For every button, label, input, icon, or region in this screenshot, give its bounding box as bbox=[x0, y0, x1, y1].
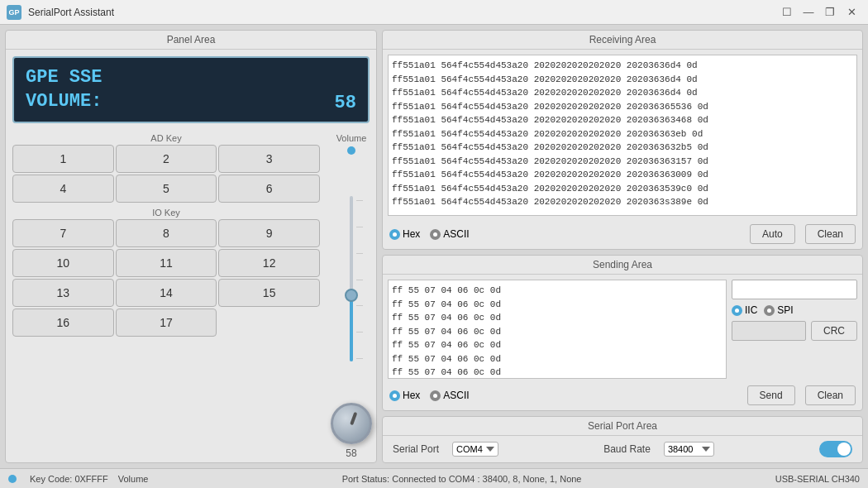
send-ascii-label: ASCII bbox=[443, 390, 469, 401]
ad-key-grid: 1 2 3 4 5 6 bbox=[12, 145, 320, 203]
sending-right-panel: IIC SPI CRC bbox=[732, 280, 857, 379]
spi-radio[interactable]: SPI bbox=[764, 304, 793, 316]
close-button[interactable]: ✕ bbox=[842, 2, 861, 22]
right-panel: Receiving Area ff551a01 564f4c554d453a20… bbox=[382, 30, 863, 463]
crc-row: CRC bbox=[732, 321, 857, 341]
volume-indicator-dot bbox=[347, 146, 355, 155]
recv-ascii-label: ASCII bbox=[443, 228, 469, 240]
send-hex-label: Hex bbox=[403, 390, 420, 401]
left-panel: Panel Area GPE SSE VOLUME: 58 AD Key 1 2… bbox=[5, 30, 377, 463]
ad-key-5[interactable]: 5 bbox=[116, 175, 217, 203]
io-key-grid: 7 8 9 10 11 12 13 14 15 16 17 bbox=[12, 219, 320, 337]
display-line1: GPE SSE bbox=[26, 66, 102, 90]
baud-rate-label: Baud Rate bbox=[603, 443, 651, 455]
serial-port-select[interactable]: COM4 COM1 COM2 COM3 bbox=[452, 442, 498, 457]
send-button[interactable]: Send bbox=[747, 385, 795, 405]
volume-slider-track[interactable]: — — — — — — — bbox=[350, 196, 353, 361]
serial-area-title: Serial Port Area bbox=[383, 417, 862, 436]
sending-content: ff 55 07 04 06 0c 0dff 55 07 04 06 0c 0d… bbox=[383, 275, 862, 382]
send-hex-radio[interactable]: Hex bbox=[389, 390, 420, 401]
iic-label: IIC bbox=[745, 304, 757, 316]
io-key-17[interactable]: 17 bbox=[116, 309, 217, 337]
keypad-section: AD Key 1 2 3 4 5 6 IO Key 7 8 9 10 11 12 bbox=[6, 130, 376, 462]
maximize-button[interactable]: ❐ bbox=[820, 2, 840, 22]
ad-key-2[interactable]: 2 bbox=[116, 145, 217, 173]
volume-slider-fill bbox=[350, 295, 353, 361]
ad-key-6[interactable]: 6 bbox=[218, 175, 320, 203]
minimize-button[interactable]: — bbox=[799, 2, 818, 22]
io-key-15[interactable]: 15 bbox=[218, 279, 320, 307]
sending-area-title: Sending Area bbox=[383, 256, 862, 275]
volume-area: Volume — — — — — — — bbox=[327, 130, 376, 462]
baud-rate-select[interactable]: 38400 9600 19200 57600 115200 bbox=[664, 442, 714, 457]
status-dot bbox=[8, 475, 17, 483]
io-key-12[interactable]: 12 bbox=[218, 249, 320, 277]
ad-key-4[interactable]: 4 bbox=[12, 175, 114, 203]
crc-button[interactable]: CRC bbox=[811, 321, 857, 341]
spi-radio-dot bbox=[764, 305, 775, 316]
io-key-13[interactable]: 13 bbox=[12, 279, 114, 307]
spi-label: SPI bbox=[777, 304, 793, 316]
recv-hex-radio-dot bbox=[389, 229, 400, 240]
receiving-area-title: Receiving Area bbox=[383, 31, 862, 50]
iic-radio[interactable]: IIC bbox=[732, 304, 757, 316]
io-key-7[interactable]: 7 bbox=[12, 219, 114, 247]
panel-area-title: Panel Area bbox=[6, 31, 376, 50]
volume-knob-container: 58 bbox=[331, 403, 372, 459]
display-volume-value: 58 bbox=[335, 93, 356, 113]
receiving-controls: Hex ASCII Auto Clean bbox=[383, 221, 862, 249]
crc-input-field[interactable] bbox=[732, 321, 806, 341]
driver-label: USB-SERIAL CH340 bbox=[775, 474, 860, 484]
sending-text-area[interactable]: ff 55 07 04 06 0c 0dff 55 07 04 06 0c 0d… bbox=[388, 280, 727, 379]
volume-knob[interactable] bbox=[331, 403, 372, 444]
volume-slider-label: Volume bbox=[336, 133, 367, 143]
display-box: GPE SSE VOLUME: 58 bbox=[12, 56, 370, 123]
serial-content: Serial Port COM4 COM1 COM2 COM3 Baud Rat… bbox=[383, 436, 862, 462]
io-key-8[interactable]: 8 bbox=[116, 219, 217, 247]
send-ascii-radio[interactable]: ASCII bbox=[430, 390, 469, 401]
io-key-14[interactable]: 14 bbox=[116, 279, 217, 307]
io-key-10[interactable]: 10 bbox=[12, 249, 114, 277]
volume-knob-value: 58 bbox=[346, 447, 356, 459]
connection-toggle[interactable] bbox=[819, 441, 852, 457]
send-input-field[interactable] bbox=[732, 280, 857, 299]
restore-button[interactable]: ☐ bbox=[777, 2, 797, 22]
volume-bottom-label: Volume bbox=[118, 474, 149, 484]
display-line2: VOLUME: bbox=[26, 90, 102, 114]
serial-port-area: Serial Port Area Serial Port COM4 COM1 C… bbox=[382, 416, 863, 463]
app-logo: GP bbox=[7, 5, 21, 20]
recv-clean-button[interactable]: Clean bbox=[805, 224, 856, 244]
iic-spi-row: IIC SPI bbox=[732, 304, 857, 316]
ad-key-3[interactable]: 3 bbox=[218, 145, 320, 173]
recv-hex-radio[interactable]: Hex bbox=[389, 228, 420, 240]
sending-area: Sending Area ff 55 07 04 06 0c 0dff 55 0… bbox=[382, 255, 863, 411]
volume-slider-thumb[interactable] bbox=[345, 289, 358, 302]
bottom-bar: Key Code: 0XFFFF Volume Port Status: Con… bbox=[0, 468, 868, 488]
recv-ascii-radio[interactable]: ASCII bbox=[430, 228, 469, 240]
ad-key-label: AD Key bbox=[12, 133, 320, 143]
receiving-area: Receiving Area ff551a01 564f4c554d453a20… bbox=[382, 30, 863, 250]
ad-key-1[interactable]: 1 bbox=[12, 145, 114, 173]
titlebar: GP SerialPort Assistant ☐ — ❐ ✕ bbox=[0, 0, 868, 25]
keys-area: AD Key 1 2 3 4 5 6 IO Key 7 8 9 10 11 12 bbox=[6, 130, 327, 462]
serial-port-label: Serial Port bbox=[393, 443, 439, 455]
recv-ascii-radio-dot bbox=[430, 229, 441, 240]
sending-controls: Hex ASCII Send Clean bbox=[383, 382, 862, 410]
display-text: GPE SSE VOLUME: bbox=[26, 66, 102, 113]
main-content: Panel Area GPE SSE VOLUME: 58 AD Key 1 2… bbox=[0, 25, 868, 468]
receiving-text-area[interactable]: ff551a01 564f4c554d453a20 20202020202020… bbox=[388, 55, 857, 216]
port-status: Port Status: Connected to COM4 : 38400, … bbox=[342, 474, 582, 484]
key-code-display: Key Code: 0XFFFF bbox=[30, 474, 108, 484]
send-ascii-radio-dot bbox=[430, 390, 441, 401]
io-key-11[interactable]: 11 bbox=[116, 249, 217, 277]
app-title: SerialPort Assistant bbox=[28, 7, 775, 18]
io-key-16[interactable]: 16 bbox=[12, 309, 114, 337]
recv-auto-button[interactable]: Auto bbox=[750, 224, 795, 244]
iic-radio-dot bbox=[732, 305, 742, 316]
send-hex-radio-dot bbox=[389, 390, 400, 401]
io-key-label: IO Key bbox=[12, 208, 320, 218]
recv-hex-label: Hex bbox=[403, 228, 420, 240]
io-key-9[interactable]: 9 bbox=[218, 219, 320, 247]
send-clean-button[interactable]: Clean bbox=[805, 385, 856, 405]
